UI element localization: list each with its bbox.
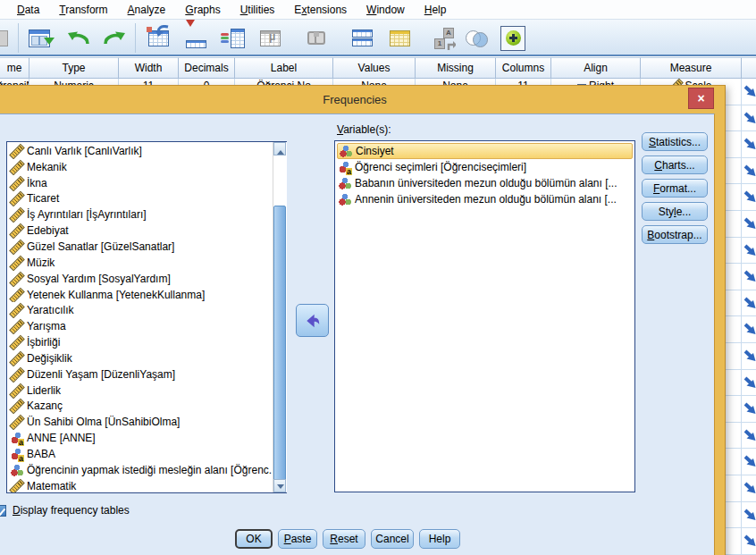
source-variable-item[interactable]: Canlı Varlık [CanlıVarlık] xyxy=(8,143,272,159)
col-header-align[interactable]: Align xyxy=(551,57,641,79)
role-cell[interactable] xyxy=(726,475,756,502)
col-header-type[interactable]: Type xyxy=(29,57,119,79)
ok-button[interactable]: OK xyxy=(235,529,273,549)
source-variable-item[interactable]: Liderlik xyxy=(8,383,272,399)
role-input-icon xyxy=(743,534,756,548)
recall-dialogs-icon[interactable] xyxy=(24,23,55,53)
menu-item-analyze[interactable]: Analyze xyxy=(118,1,176,19)
source-variable-item[interactable]: Yetenek Kullanma [YetenekKullanma] xyxy=(8,287,272,303)
col-header-missing[interactable]: Missing xyxy=(416,57,496,79)
source-variable-item[interactable]: Müzik xyxy=(8,255,272,271)
bootstrap-button[interactable]: Bootstrap... xyxy=(642,225,708,244)
nominal-icon xyxy=(11,464,23,476)
role-cell[interactable] xyxy=(726,238,756,265)
role-cell[interactable] xyxy=(726,528,756,555)
role-cell[interactable] xyxy=(726,423,756,450)
close-icon[interactable]: × xyxy=(688,88,714,109)
source-variable-item[interactable]: İşbirliği xyxy=(8,334,272,350)
source-variable-item[interactable]: Öğrencinin yapmak istediği mesleğin alan… xyxy=(8,462,272,478)
format-button[interactable]: Format... xyxy=(642,179,708,198)
role-cell[interactable] xyxy=(726,105,756,132)
value-labels-grid-icon[interactable] xyxy=(384,23,415,53)
source-variable-item[interactable]: Mekanik xyxy=(8,159,272,175)
role-cell[interactable] xyxy=(726,184,756,211)
scrollbar-thumb[interactable] xyxy=(273,206,286,482)
role-cell[interactable] xyxy=(726,396,756,423)
show-all-variables-icon[interactable] xyxy=(498,23,528,53)
source-variable-item[interactable]: Yaratıcılık xyxy=(8,302,272,318)
source-variable-item[interactable]: Düzenli Yaşam [DüzenliYaşam] xyxy=(8,366,272,383)
source-variable-item[interactable]: Edebiyat xyxy=(8,223,272,239)
source-variable-item[interactable]: Kazanç xyxy=(8,399,272,415)
col-header-measure[interactable]: Measure xyxy=(641,57,742,79)
col-header-role[interactable] xyxy=(742,57,756,79)
source-variable-list[interactable]: Canlı Varlık [CanlıVarlık]MekanikİknaTic… xyxy=(6,141,287,493)
role-cell[interactable] xyxy=(726,370,756,397)
undo-icon[interactable] xyxy=(63,23,94,53)
goto-case-icon[interactable] xyxy=(143,23,173,53)
source-variable-item[interactable]: Ticaret xyxy=(8,191,272,207)
menu-item-window[interactable]: Window xyxy=(357,1,415,19)
source-list-scrollbar[interactable] xyxy=(273,142,287,492)
source-variable-item[interactable]: Ün Sahibi Olma [ÜnSahibiOlma] xyxy=(8,414,272,430)
find-icon[interactable] xyxy=(301,23,332,53)
charts-button[interactable]: Charts... xyxy=(642,156,708,174)
col-header-values[interactable]: Values xyxy=(333,57,416,79)
help-button[interactable]: Help xyxy=(419,529,460,549)
role-cell[interactable] xyxy=(726,316,756,343)
scroll-up-icon[interactable] xyxy=(273,142,286,156)
reset-button[interactable]: Reset xyxy=(323,529,365,549)
style-button[interactable]: Style... xyxy=(642,202,708,221)
target-variable-item[interactable]: Babanın üniversiteden mezun olduğu bölüm… xyxy=(336,175,634,191)
source-variable-item[interactable]: Sosyal Yardım [SosyalYardım] xyxy=(8,271,272,287)
cancel-button[interactable]: Cancel xyxy=(371,529,414,549)
role-cell[interactable] xyxy=(726,343,756,370)
menu-item-help[interactable]: Help xyxy=(415,1,457,19)
menu-item-transform[interactable]: Transform xyxy=(49,1,117,19)
target-variable-item[interactable]: Annenin üniversiteden mezun olduğu bölüm… xyxy=(336,191,634,207)
role-cell[interactable] xyxy=(726,449,756,475)
role-cell[interactable] xyxy=(726,131,756,158)
target-variable-item[interactable]: Cinsiyet xyxy=(337,143,633,159)
col-header-columns[interactable]: Columns xyxy=(496,57,551,79)
source-variable-item[interactable]: Değişiklik xyxy=(8,350,272,366)
role-cell[interactable] xyxy=(726,211,756,238)
role-cell[interactable] xyxy=(726,502,756,529)
print-icon[interactable] xyxy=(0,23,16,53)
source-variable-item[interactable]: Matematik xyxy=(8,478,272,493)
target-variable-item[interactable]: Öğrenci seçimleri [Öğrenciseçimleri] xyxy=(336,159,634,175)
display-frequency-tables-checkbox[interactable] xyxy=(0,505,6,517)
menu-item-extensions[interactable]: Extensions xyxy=(284,1,357,19)
source-variable-item[interactable]: Güzel Sanatlar [GüzelSanatlar] xyxy=(8,239,272,255)
source-variable-item[interactable]: ANNE [ANNE] xyxy=(8,430,272,446)
role-input-icon xyxy=(743,137,756,151)
scroll-down-icon[interactable] xyxy=(273,479,286,492)
col-header-width[interactable]: Width xyxy=(119,57,179,79)
menu-item-utilities[interactable]: Utilities xyxy=(231,1,285,19)
paste-button[interactable]: Paste xyxy=(278,529,317,549)
scale-icon xyxy=(11,480,23,492)
source-variable-item[interactable]: İş Ayrıntıları [İşAyrıntıları] xyxy=(8,206,272,223)
col-header-decimals[interactable]: Decimals xyxy=(179,57,235,79)
menu-item-data[interactable]: Data xyxy=(7,1,49,19)
source-variable-item[interactable]: Yarışma xyxy=(8,318,272,334)
menu-item-graphs[interactable]: Graphs xyxy=(175,1,230,19)
statistics-button[interactable]: Statistics... xyxy=(642,132,708,151)
source-variable-item[interactable]: İkna xyxy=(8,175,272,191)
role-cell[interactable] xyxy=(726,264,756,290)
variables-icon[interactable] xyxy=(217,23,248,53)
split-file-icon[interactable] xyxy=(347,23,377,53)
source-variable-item[interactable]: BABA xyxy=(8,446,272,462)
target-variable-list[interactable]: CinsiyetÖğrenci seçimleri [Öğrenciseçiml… xyxy=(334,140,635,492)
descriptives-icon[interactable]: μ xyxy=(255,23,285,53)
col-header-me[interactable]: me xyxy=(0,57,29,79)
use-variable-sets-icon[interactable] xyxy=(462,23,492,53)
redo-icon[interactable] xyxy=(99,23,130,53)
goto-variable-icon[interactable] xyxy=(181,23,211,53)
value-labels-toggle-icon[interactable]: A 1 xyxy=(430,23,460,53)
move-left-button[interactable] xyxy=(296,304,329,337)
col-header-label[interactable]: Label xyxy=(235,57,333,79)
role-cell[interactable] xyxy=(726,158,756,185)
role-cell[interactable] xyxy=(726,290,756,317)
role-cell[interactable] xyxy=(726,79,756,105)
